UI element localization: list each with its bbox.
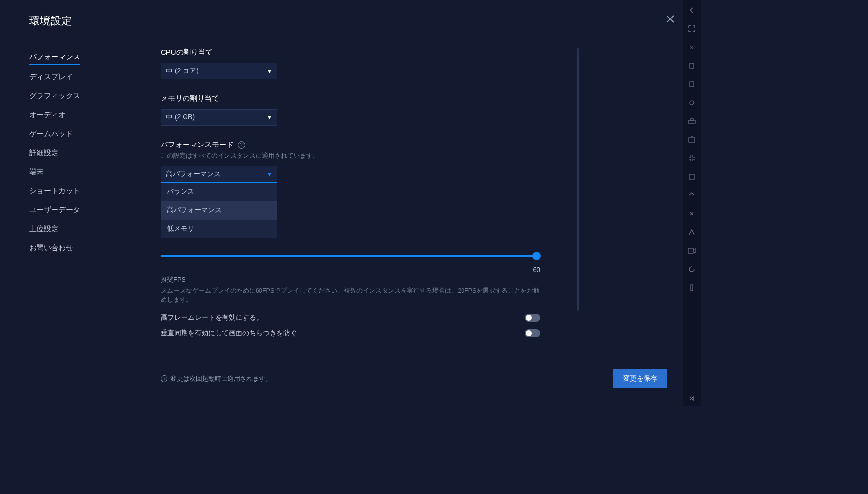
toolbar-pin-icon[interactable] [687,172,696,181]
toolbar-lock-icon[interactable] [687,98,696,107]
svg-rect-3 [690,119,693,120]
sidebar-item-userdata[interactable]: ユーザーデータ [29,201,131,220]
settings-content: CPUの割り当て 中 (2 コア) ▼ メモリの割り当て 中 (2 GB) ▼ … [131,48,570,345]
fps-slider-track [161,255,540,257]
footer-note: i 変更は次回起動時に適用されます。 [161,374,272,383]
page-title: 環境設定 [29,14,701,28]
chevron-down-icon: ▼ [267,114,272,120]
cpu-label: CPUの割り当て [161,48,540,57]
right-toolbar: × [683,0,701,406]
fps-help-text: スムーズなゲームプレイのために60FPSでプレイしてください。複数のインスタンス… [161,286,540,305]
perf-mode-label: パフォーマンスモード ? [161,140,540,149]
memory-label: メモリの割り当て [161,94,540,103]
sidebar-item-device[interactable]: 端末 [29,163,131,182]
toolbar-location-icon[interactable] [687,191,696,200]
perf-mode-option-high[interactable]: 高パフォーマンス [161,201,277,220]
memory-select[interactable]: 中 (2 GB) ▼ [161,109,277,126]
footer-note-text: 変更は次回起動時に適用されます。 [170,374,272,383]
cpu-select[interactable]: 中 (2 コア) ▼ [161,63,277,79]
scrollbar[interactable] [577,48,579,311]
toolbar-media-icon[interactable] [687,246,696,255]
perf-mode-dropdown: バランス 高パフォーマンス 低メモリ [161,183,277,238]
toolbar-back-icon[interactable] [687,6,696,15]
toolbar-more-icon[interactable] [687,265,696,274]
svg-rect-0 [690,63,694,68]
svg-rect-2 [688,120,695,123]
toolbar-volume-down-icon[interactable] [687,80,696,89]
svg-rect-4 [689,138,695,142]
close-button[interactable] [664,13,677,25]
fps-value: 60 [161,266,540,274]
cpu-select-value: 中 (2 コア) [166,67,199,75]
perf-mode-note: この設定はすべてのインスタンスに適用されています。 [161,151,540,160]
toolbar-minimize-icon[interactable]: × [687,43,696,52]
memory-select-value: 中 (2 GB) [166,113,195,122]
help-icon[interactable]: ? [238,141,245,149]
sidebar-item-premium[interactable]: 上位設定 [29,220,131,238]
fps-slider-thumb[interactable] [532,252,541,260]
perf-mode-select-value: 高パフォーマンス [166,170,221,179]
svg-rect-7 [691,285,693,291]
high-fps-toggle[interactable] [525,314,540,322]
save-button[interactable]: 変更を保存 [613,369,667,388]
close-icon [666,15,675,23]
toolbar-fullscreen-icon[interactable] [687,24,696,33]
vsync-label: 垂直同期を有効にして画面のちらつきを防ぐ [161,329,297,338]
vsync-toggle[interactable] [525,329,540,337]
info-icon: i [161,375,167,382]
sidebar-item-audio[interactable]: オーディオ [29,106,131,125]
perf-mode-select[interactable]: 高パフォーマンス ▼ [161,166,277,183]
sidebar-item-advanced[interactable]: 詳細設定 [29,144,131,163]
chevron-down-icon: ▼ [267,171,272,177]
toolbar-keyboard-icon[interactable] [687,117,696,126]
svg-rect-6 [688,248,693,253]
sidebar-item-shortcuts[interactable]: ショートカット [29,182,131,201]
high-fps-label: 高フレームレートを有効にする。 [161,313,263,322]
toolbar-screenshot-icon[interactable] [687,135,696,144]
sidebar-item-contact[interactable]: お問い合わせ [29,238,131,257]
toolbar-volume-up-icon[interactable] [687,61,696,70]
perf-mode-label-text: パフォーマンスモード [161,140,234,149]
toolbar-expand-icon[interactable] [687,154,696,163]
sidebar-item-display[interactable]: ディスプレイ [29,68,131,87]
perf-mode-option-balance[interactable]: バランス [161,183,277,201]
chevron-down-icon: ▼ [267,68,272,74]
svg-rect-5 [689,174,694,179]
fps-rec-label: 推奨FPS [161,275,540,284]
toolbar-rotate-icon[interactable] [687,209,696,218]
fps-slider[interactable] [161,248,540,263]
svg-rect-1 [690,82,694,87]
sidebar-item-graphics[interactable]: グラフィックス [29,87,131,106]
sidebar-item-performance[interactable]: パフォーマンス [29,48,80,65]
perf-mode-option-lowmem[interactable]: 低メモリ [161,220,277,238]
toolbar-collapse-icon[interactable] [687,394,696,403]
settings-sidebar: パフォーマンス ディスプレイ グラフィックス オーディオ ゲームパッド 詳細設定… [0,48,131,345]
toolbar-settings-icon[interactable] [687,283,696,292]
sidebar-item-gamepad[interactable]: ゲームパッド [29,125,131,144]
toolbar-shake-icon[interactable] [687,228,696,237]
